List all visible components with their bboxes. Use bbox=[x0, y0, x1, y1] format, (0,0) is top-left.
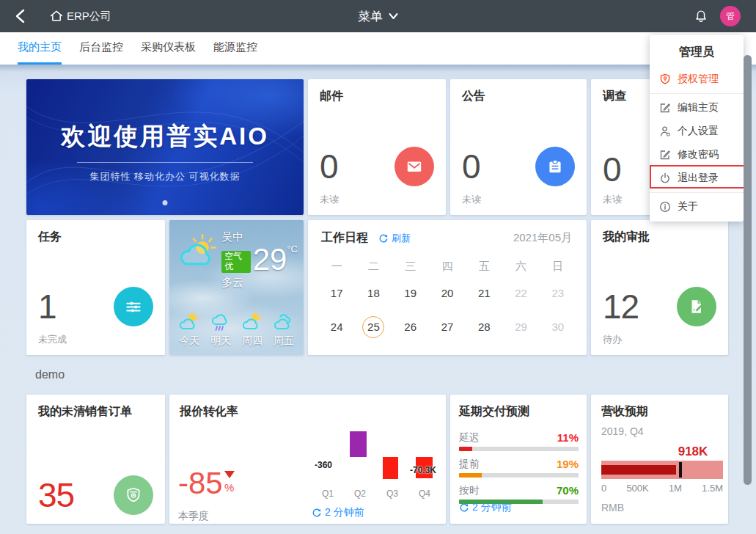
quote-period: 本季度 bbox=[178, 510, 209, 523]
axis-label-q1: Q1 bbox=[319, 489, 337, 499]
tasks-card[interactable]: 任务 1 未完成 bbox=[26, 220, 165, 355]
edit-icon bbox=[659, 149, 671, 161]
calendar-day[interactable]: 23 bbox=[540, 277, 576, 310]
home-button[interactable] bbox=[48, 8, 65, 24]
tab-my-home[interactable]: 我的主页 bbox=[18, 32, 62, 65]
bar-q3 bbox=[383, 457, 398, 479]
revenue-value-label: 918K bbox=[677, 445, 709, 459]
axis-label-q2: Q2 bbox=[351, 489, 369, 499]
weekday-header: 六 bbox=[502, 256, 539, 277]
tasks-icon-circle bbox=[114, 287, 153, 326]
notifications-button[interactable] bbox=[693, 8, 709, 24]
approvals-card[interactable]: 我的审批 12 待办 bbox=[591, 220, 728, 355]
tasks-count: 1 bbox=[38, 290, 56, 323]
revenue-range-bar bbox=[601, 461, 723, 479]
calendar-day[interactable]: 24 bbox=[318, 310, 355, 344]
revenue-target-marker bbox=[679, 462, 682, 478]
revenue-axis: 0 500K 1M 1.5M bbox=[601, 483, 723, 494]
weekday-header: 二 bbox=[355, 256, 392, 277]
back-button[interactable] bbox=[12, 7, 29, 25]
tab-bar: 我的主页 后台监控 采购仪表板 能源监控 bbox=[0, 32, 756, 65]
temp-unit: °C bbox=[287, 244, 298, 255]
calendar-day[interactable]: 19 bbox=[392, 277, 429, 310]
tasks-card-label: 未完成 bbox=[38, 333, 153, 346]
menu-item-logout[interactable]: 退出登录 bbox=[650, 167, 744, 190]
revenue-bullet-chart: 918K 0 500K 1M 1.5M bbox=[601, 461, 723, 494]
menu-item-personal-settings[interactable]: 个人设置 bbox=[650, 120, 744, 143]
vertical-scrollbar-thumb[interactable] bbox=[744, 55, 752, 485]
mail-icon bbox=[405, 157, 424, 176]
partly-sunny-icon bbox=[177, 311, 202, 333]
mail-icon-circle bbox=[394, 147, 434, 186]
forecast-tomorrow: 明天 bbox=[208, 311, 233, 348]
quote-conversion-card: 报价转化率 -85 % 本季度 -360 -70.3K Q1 Q2 Q3 Q4 … bbox=[169, 395, 446, 524]
tasks-card-title: 任务 bbox=[38, 230, 153, 245]
company-name[interactable]: ERP公司 bbox=[67, 10, 111, 23]
delivery-bar-late bbox=[459, 447, 472, 451]
notice-count: 0 bbox=[462, 150, 480, 183]
carousel-dot[interactable] bbox=[163, 200, 168, 205]
forecast-today: 今天 bbox=[177, 311, 202, 348]
weather-condition: 多云 bbox=[221, 276, 298, 288]
orders-icon-circle bbox=[114, 475, 153, 515]
calendar-day[interactable]: 30 bbox=[540, 310, 576, 344]
welcome-banner: 欢迎使用普实AIO 集团特性 移动化办公 可视化数据 bbox=[26, 79, 304, 215]
menu-item-authorization[interactable]: 授权管理 bbox=[650, 67, 744, 91]
weather-card[interactable]: 吴中 空气优 29°C 多云 今天 明天 bbox=[169, 220, 304, 355]
avatar[interactable]: 管 bbox=[720, 6, 741, 26]
weekday-header: 一 bbox=[318, 256, 355, 277]
delivery-forecast-card: 延期交付预测 延迟11% 提前19% 按时70% bbox=[450, 395, 587, 524]
menu-divider bbox=[650, 93, 744, 94]
menu-label: 菜单 bbox=[358, 8, 383, 25]
cloudy-icon bbox=[271, 311, 296, 333]
calendar-day[interactable]: 20 bbox=[429, 277, 466, 310]
schedule-card: 工作日程 刷新 2021年05月 一 二 三 四 五 六 日 17 18 bbox=[308, 220, 587, 355]
calendar-day[interactable]: 18 bbox=[355, 277, 392, 310]
delivery-bar-early bbox=[459, 473, 482, 478]
menu-divider bbox=[650, 192, 744, 193]
axis-label-q4: Q4 bbox=[416, 489, 433, 499]
tab-purchase-dashboard[interactable]: 采购仪表板 bbox=[141, 32, 196, 65]
menu-dropdown[interactable]: 菜单 bbox=[358, 0, 398, 32]
weekday-header: 三 bbox=[392, 256, 429, 277]
back-chevron-icon bbox=[14, 9, 27, 23]
schedule-title: 工作日程 bbox=[321, 230, 368, 246]
notice-card[interactable]: 公告 0 未读 bbox=[450, 79, 587, 215]
menu-item-change-password[interactable]: 修改密码 bbox=[650, 143, 744, 167]
menu-item-edit-homepage[interactable]: 编辑主页 bbox=[650, 96, 744, 120]
calendar: 一 二 三 四 五 六 日 17 18 19 20 21 22 23 24 25 bbox=[318, 256, 576, 344]
erp-dashboard: ERP公司 菜单 管 我的主页 后台监控 采购仪表板 能源监控 欢迎使用普实AI… bbox=[0, 0, 756, 534]
power-icon bbox=[659, 172, 671, 184]
schedule-refresh-button[interactable]: 刷新 bbox=[378, 232, 411, 245]
banner-subtitle: 集团特性 移动化办公 可视化数据 bbox=[89, 170, 240, 183]
calendar-day[interactable]: 29 bbox=[502, 310, 539, 344]
forecast-thursday: 周四 bbox=[240, 311, 265, 348]
calendar-day[interactable]: 28 bbox=[466, 310, 502, 344]
refresh-icon bbox=[459, 502, 469, 513]
calendar-day[interactable]: 27 bbox=[429, 310, 466, 344]
calendar-day[interactable]: 22 bbox=[502, 277, 539, 310]
delivery-refresh-link[interactable]: 2 分钟前 bbox=[459, 501, 512, 514]
weekday-header: 日 bbox=[540, 256, 576, 277]
rain-icon bbox=[208, 311, 233, 333]
menu-item-about[interactable]: 关于 bbox=[650, 195, 744, 219]
tab-backend-monitor[interactable]: 后台监控 bbox=[79, 32, 123, 65]
notice-card-label: 未读 bbox=[462, 193, 575, 206]
document-edit-icon bbox=[687, 297, 706, 316]
approvals-card-title: 我的审批 bbox=[603, 230, 716, 245]
calendar-day[interactable]: 26 bbox=[392, 310, 429, 344]
calendar-day[interactable]: 21 bbox=[466, 277, 502, 310]
tab-energy-monitor[interactable]: 能源监控 bbox=[213, 32, 257, 65]
mail-card[interactable]: 邮件 0 未读 bbox=[308, 79, 446, 215]
refresh-icon bbox=[312, 508, 322, 518]
user-dropdown-menu: 管理员 授权管理 编辑主页 个人设置 修改密码 退出登录 关于 bbox=[650, 35, 744, 222]
calendar-day-selected[interactable]: 25 bbox=[355, 310, 392, 344]
quote-refresh-link[interactable]: 2 分钟前 bbox=[312, 506, 364, 519]
refresh-icon bbox=[378, 233, 389, 244]
calendar-day[interactable]: 17 bbox=[318, 277, 355, 310]
chevron-down-icon bbox=[388, 12, 398, 21]
banner-title: 欢迎使用普实AIO bbox=[61, 120, 269, 153]
clipboard-icon bbox=[546, 157, 565, 176]
weekday-header: 五 bbox=[466, 256, 502, 277]
open-sales-orders-card[interactable]: 我的未清销售订单 35 bbox=[26, 395, 165, 524]
